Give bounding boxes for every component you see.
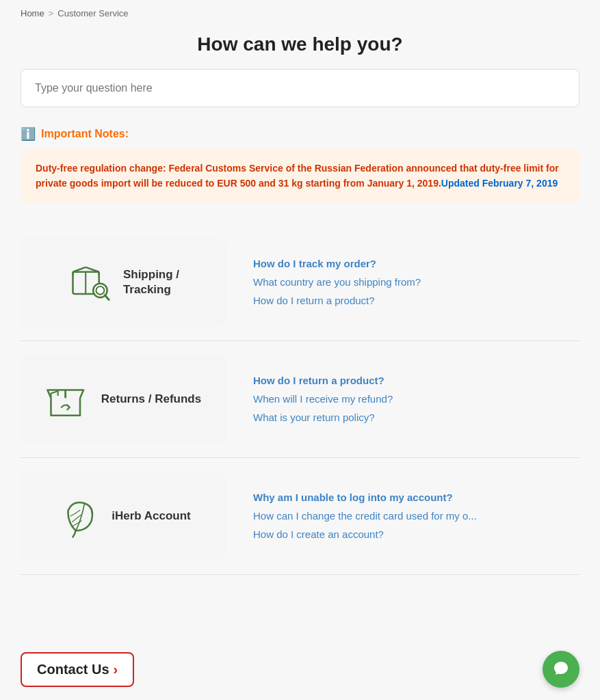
shipping-link-3[interactable]: How do I return a product? [253,295,421,306]
chat-fab-button[interactable] [543,651,579,688]
breadcrumb: Home > Customer Service [0,0,600,27]
breadcrumb-current: Customer Service [57,8,128,18]
account-link-3[interactable]: How do I create an account? [253,528,477,540]
important-title: Important Notes: [41,128,129,140]
shipping-icon [67,259,114,306]
account-link-1[interactable]: Why am I unable to log into my account? [253,492,477,503]
breadcrumb-separator: > [49,8,54,18]
important-section: ℹ️ Important Notes: Duty-free regulation… [21,126,579,204]
important-box: Duty-free regulation change: Federal Cus… [21,148,579,204]
shipping-link-2[interactable]: What country are you shipping from? [253,276,421,288]
returns-label: Returns / Refunds [101,392,201,407]
account-links: Why am I unable to log into my account? … [253,492,477,540]
contact-us-label: Contact Us [37,662,109,677]
returns-links: How do I return a product? When will I r… [253,375,393,423]
svg-line-8 [105,295,109,299]
breadcrumb-home[interactable]: Home [21,8,44,18]
important-text: Duty-free regulation change: Federal Cus… [36,161,564,191]
category-card-account: iHerb Account [21,472,226,561]
category-card-returns: Returns / Refunds [21,355,226,444]
important-header: ℹ️ Important Notes: [21,126,579,142]
returns-link-2[interactable]: When will I receive my refund? [253,393,393,405]
category-row-returns: Returns / Refunds How do I return a prod… [21,341,579,458]
category-row-shipping: Shipping /Tracking How do I track my ord… [21,224,579,341]
search-input[interactable] [21,69,579,107]
contact-us-button[interactable]: Contact Us › [21,652,134,687]
category-row-account: iHerb Account Why am I unable to log int… [21,458,579,575]
main-content: How can we help you? ℹ️ Important Notes:… [0,27,600,643]
returns-link-1[interactable]: How do I return a product? [253,375,393,386]
contact-us-arrow: › [114,662,118,677]
account-icon [55,493,102,539]
page-title: How can we help you? [21,33,579,55]
shipping-links: How do I track my order? What country ar… [253,258,421,306]
shipping-link-1[interactable]: How do I track my order? [253,258,421,269]
account-label: iHerb Account [112,509,191,524]
footer-area: Contact Us › [0,638,600,700]
returns-link-3[interactable]: What is your return policy? [253,412,393,423]
category-card-shipping: Shipping /Tracking [21,238,226,327]
returns-icon [45,376,92,422]
chat-icon [551,660,571,679]
shipping-label: Shipping /Tracking [123,267,179,297]
account-link-2[interactable]: How can I change the credit card used fo… [253,510,477,522]
categories-section: Shipping /Tracking How do I track my ord… [21,224,579,575]
important-icon: ℹ️ [21,126,36,142]
